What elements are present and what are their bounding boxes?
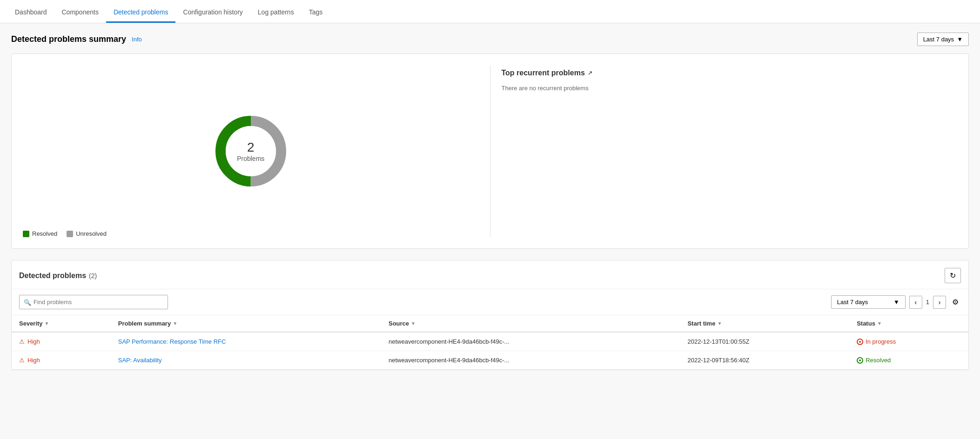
panel-divider bbox=[490, 65, 490, 237]
sort-icon-start-time[interactable]: ▼ bbox=[717, 321, 722, 326]
chevron-down-icon: ▼ bbox=[957, 36, 963, 43]
status-cell-2: Resolved bbox=[849, 351, 968, 370]
summary-title: Detected problems summary bbox=[11, 34, 126, 44]
table-row: ⚠ High SAP: Availability netweavercompon… bbox=[12, 351, 968, 370]
table-title-group: Detected problems (2) bbox=[19, 272, 97, 280]
donut-center: 2 Problems bbox=[237, 140, 264, 162]
problem-summary-cell-1: SAP Performance: Response Time RFC bbox=[111, 332, 381, 351]
tab-dashboard[interactable]: Dashboard bbox=[7, 3, 54, 23]
external-link-icon[interactable]: ↗ bbox=[588, 70, 592, 76]
detected-problems-table-section: Detected problems (2) ↻ 🔍 Last 7 days ▼ … bbox=[11, 260, 969, 370]
tab-components[interactable]: Components bbox=[54, 3, 106, 23]
col-problem-summary: Problem summary ▼ bbox=[111, 315, 381, 332]
table-title: Detected problems bbox=[19, 272, 86, 280]
page-number: 1 bbox=[926, 299, 929, 306]
no-recurrent-text: There are no recurrent problems bbox=[502, 85, 958, 92]
summary-panel: 2 Problems Resolved Unresolved T bbox=[11, 53, 969, 249]
prev-page-button[interactable]: ‹ bbox=[909, 296, 922, 309]
problem-summary-link-2[interactable]: SAP: Availability bbox=[118, 357, 162, 364]
status-icon-inprogress bbox=[857, 339, 863, 345]
tab-log-patterns[interactable]: Log patterns bbox=[250, 3, 302, 23]
search-icon: 🔍 bbox=[24, 299, 31, 306]
donut-total: 2 bbox=[237, 140, 264, 155]
problem-summary-link-1[interactable]: SAP Performance: Response Time RFC bbox=[118, 338, 226, 345]
donut-label: Problems bbox=[237, 155, 264, 162]
tab-detected-problems[interactable]: Detected problems bbox=[106, 3, 176, 23]
refresh-button[interactable]: ↻ bbox=[945, 268, 961, 283]
summary-title-group: Detected problems summary Info bbox=[11, 34, 142, 44]
resolved-color-dot bbox=[23, 231, 29, 237]
donut-chart: 2 Problems bbox=[209, 109, 293, 193]
table-header-row: Detected problems (2) ↻ bbox=[12, 260, 968, 289]
status-icon-resolved bbox=[857, 357, 863, 364]
col-source: Source ▼ bbox=[381, 315, 680, 332]
tab-tags[interactable]: Tags bbox=[302, 3, 330, 23]
problems-table: Severity ▼ Problem summary ▼ Source bbox=[12, 315, 968, 370]
search-input[interactable] bbox=[19, 295, 168, 309]
table-settings-button[interactable]: ⚙ bbox=[950, 295, 961, 309]
table-time-filter[interactable]: Last 7 days ▼ bbox=[831, 295, 906, 309]
warning-icon-1: ⚠ bbox=[19, 338, 25, 345]
main-content: Detected problems summary Info Last 7 da… bbox=[0, 23, 980, 379]
info-link[interactable]: Info bbox=[132, 36, 142, 43]
resolved-label: Resolved bbox=[32, 230, 57, 237]
col-start-time: Start time ▼ bbox=[680, 315, 849, 332]
col-status: Status ▼ bbox=[849, 315, 968, 332]
table-header: Severity ▼ Problem summary ▼ Source bbox=[12, 315, 968, 332]
chart-legend: Resolved Unresolved bbox=[23, 230, 107, 237]
unresolved-color-dot bbox=[67, 231, 73, 237]
tab-configuration-history[interactable]: Configuration history bbox=[175, 3, 250, 23]
source-cell-2: netweavercomponent-HE4-9da46bcb-f49c-... bbox=[381, 351, 680, 370]
sort-icon-status[interactable]: ▼ bbox=[877, 321, 882, 326]
legend-resolved: Resolved bbox=[23, 230, 57, 237]
severity-cell-2: ⚠ High bbox=[12, 351, 111, 370]
chevron-down-icon-table: ▼ bbox=[893, 299, 899, 306]
summary-time-filter[interactable]: Last 7 days ▼ bbox=[917, 33, 969, 46]
unresolved-label: Unresolved bbox=[76, 230, 107, 237]
legend-unresolved: Unresolved bbox=[67, 230, 107, 237]
sort-icon-severity[interactable]: ▼ bbox=[45, 321, 49, 326]
col-severity: Severity ▼ bbox=[12, 315, 111, 332]
table-body: ⚠ High SAP Performance: Response Time RF… bbox=[12, 332, 968, 370]
problem-summary-cell-2: SAP: Availability bbox=[111, 351, 381, 370]
search-input-wrap: 🔍 bbox=[19, 295, 168, 309]
sort-icon-source[interactable]: ▼ bbox=[411, 321, 416, 326]
status-cell-1: In progress bbox=[849, 332, 968, 351]
source-cell-1: netweavercomponent-HE4-9da46bcb-f49c-... bbox=[381, 332, 680, 351]
severity-cell-1: ⚠ High bbox=[12, 332, 111, 351]
sort-icon-problem-summary[interactable]: ▼ bbox=[173, 321, 177, 326]
table-row: ⚠ High SAP Performance: Response Time RF… bbox=[12, 332, 968, 351]
search-bar: 🔍 Last 7 days ▼ ‹ 1 › ⚙ bbox=[12, 289, 968, 315]
start-time-cell-1: 2022-12-13T01:00:55Z bbox=[680, 332, 849, 351]
next-page-button[interactable]: › bbox=[933, 296, 946, 309]
table-count: (2) bbox=[89, 272, 97, 279]
pagination-wrap: Last 7 days ▼ ‹ 1 › ⚙ bbox=[831, 295, 961, 309]
recurrent-section: Top recurrent problems ↗ There are no re… bbox=[502, 65, 958, 237]
recurrent-title: Top recurrent problems ↗ bbox=[502, 69, 958, 77]
chart-section: 2 Problems Resolved Unresolved bbox=[23, 65, 479, 237]
start-time-cell-2: 2022-12-09T18:56:40Z bbox=[680, 351, 849, 370]
warning-icon-2: ⚠ bbox=[19, 357, 25, 364]
top-navigation: Dashboard Components Detected problems C… bbox=[0, 0, 980, 23]
summary-section-header: Detected problems summary Info Last 7 da… bbox=[11, 33, 969, 46]
